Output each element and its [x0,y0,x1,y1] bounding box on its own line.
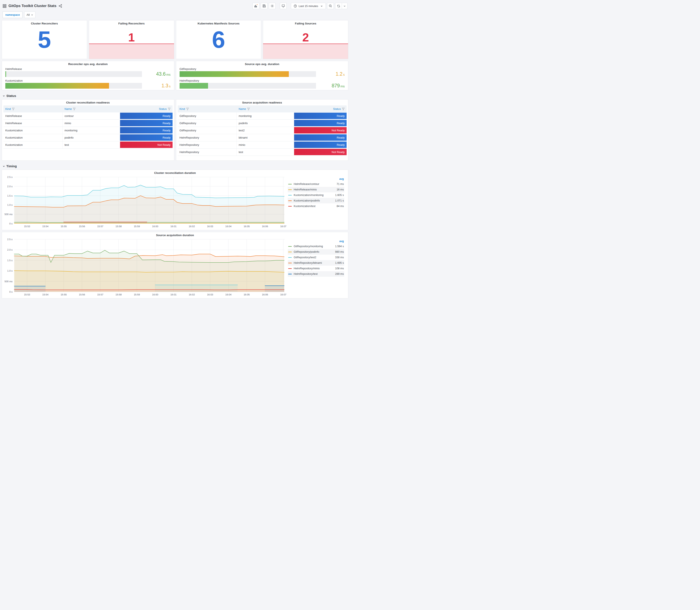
timeseries-chart: 0 s500 ms1.0 s1.5 s2.0 s2.5 s15:5315:541… [2,175,287,229]
time-range-label: Last 15 minutes [298,4,318,7]
apps-grid-icon[interactable] [2,4,6,8]
series-avg-value: 1.071 s [335,199,344,202]
svg-text:16:07: 16:07 [280,225,287,228]
refresh-interval-dropdown[interactable] [342,3,347,9]
namespace-variable-label[interactable]: namespace [2,12,22,18]
status-badge: Ready [120,120,173,126]
cell-name: test [237,148,294,156]
legend-avg-header[interactable]: avg [288,239,344,244]
series-avg-value: 1.695 s [335,261,344,264]
table: KindNameStatus GitRepository monitoring … [178,106,347,156]
cell-name: monitoring [237,112,294,119]
gauge-row-kustomization: Kustomization 1.3s [5,79,170,89]
namespace-variable-value[interactable]: All [24,12,35,18]
svg-text:15:55: 15:55 [61,225,67,228]
column-header-kind[interactable]: Kind [178,107,237,111]
series-name[interactable]: GitRepository/monitoring [294,245,323,248]
settings-button[interactable] [269,3,276,9]
time-range-picker[interactable]: Last 15 minutes [291,3,326,9]
series-name[interactable]: HelmRepository/test [294,272,318,275]
series-color-swatch [288,189,292,190]
svg-text:16:03: 16:03 [207,293,213,296]
status-badge: Ready [120,127,173,133]
series-name[interactable]: HelmRelease/minio [294,188,316,191]
column-header-name[interactable]: Name [237,107,294,111]
column-header-kind[interactable]: Kind [3,107,63,111]
table-row: HelmRepository bitnami Ready [178,134,347,141]
zoom-out-button[interactable] [327,3,334,9]
chevron-down-icon [320,4,323,8]
series-avg-value: 338 ms [335,256,344,259]
svg-text:16:04: 16:04 [225,225,231,228]
filter-icon[interactable] [168,108,170,110]
series-avg-value: 289 ms [335,272,344,275]
status-badge: Ready [294,113,347,119]
series-avg-value: 16 ms [337,188,344,191]
filter-icon[interactable] [186,108,189,110]
panel-title[interactable]: Cluster reconciliation duration [2,170,348,175]
legend-item: Kustomization/monitoring 1.605 s [288,192,344,198]
gauge-label: GitRepository [180,67,345,70]
legend-avg-header[interactable]: avg [288,177,344,181]
gauge-fill [180,71,289,77]
series-color-swatch [288,268,292,269]
table-header-row: KindNameStatus [3,106,173,112]
panel-title[interactable]: Source acquisition duration [2,232,348,237]
panel-title[interactable]: Cluster reconciliation readiness [3,99,173,105]
chart-canvas[interactable]: 0 s500 ms1.0 s1.5 s2.0 s2.5 s15:5315:541… [2,175,287,229]
table-row: GitRepository test2 Not Ready [178,127,347,134]
add-panel-button[interactable] [253,3,259,9]
save-dashboard-button[interactable] [261,3,267,9]
cell-kind: GitRepository [178,120,237,127]
panel-title[interactable]: Source ops avg. duration [176,61,348,66]
svg-text:2.5 s: 2.5 s [7,238,13,241]
series-color-swatch [288,252,292,252]
timeseries-chart: 0 s500 ms1.0 s1.5 s2.0 s2.5 s15:5315:541… [2,237,287,297]
panel-title[interactable]: Source acquisition readiness [178,99,347,105]
dashboard: GitOps Toolkit Cluster Stats [0,0,350,302]
series-avg-value: 1.594 s [335,245,344,248]
refresh-button[interactable] [335,3,342,9]
chart-canvas[interactable]: 0 s500 ms1.0 s1.5 s2.0 s2.5 s15:5315:541… [2,237,287,297]
svg-text:15:56: 15:56 [79,225,85,228]
series-name[interactable]: Kustomization/podinfo [294,199,320,202]
tv-view-button[interactable] [280,3,287,9]
gauge-row-helmrepository: HelmRepository 879ms [180,79,345,89]
legend-item: GitRepository/podinfo 980 ms [288,249,344,255]
series-name[interactable]: Kustomization/monitoring [294,194,323,197]
series-name[interactable]: GitRepository/podinfo [294,251,319,253]
series-name[interactable]: HelmRelease/contour [294,182,319,186]
column-header-status[interactable]: Status [294,107,347,111]
legend-item: Kustomization/test 84 ms [288,204,344,209]
series-name[interactable]: HelmRepository/minio [294,267,320,270]
series-avg-value: 980 ms [335,251,344,253]
share-icon[interactable] [59,4,62,8]
column-header-status[interactable]: Status [120,107,173,111]
cell-name: minio [63,120,120,127]
section-header-timing[interactable]: Timing [2,162,348,170]
status-badge: Ready [294,134,347,141]
filter-icon[interactable] [247,108,250,110]
cell-name: podinfo [237,120,294,127]
legend-item: HelmRelease/contour 71 ms [288,181,344,187]
svg-text:2.5 s: 2.5 s [7,176,13,178]
legend-item: GitRepository/test2 338 ms [288,255,344,260]
cell-name: test [63,141,120,148]
gauges-row: Reconciler ops avg. duration HelmRelease… [2,61,348,90]
series-name[interactable]: GitRepository/test2 [294,256,316,259]
section-header-status[interactable]: Status [2,92,348,99]
svg-text:15:59: 15:59 [134,225,140,228]
series-avg-value: 84 ms [337,205,344,208]
column-header-name[interactable]: Name [63,107,120,111]
filter-icon[interactable] [342,108,345,110]
svg-text:16:05: 16:05 [244,225,250,228]
table-row: GitRepository monitoring Ready [178,112,347,120]
filter-icon[interactable] [73,108,76,110]
panel-title[interactable]: Reconciler ops avg. duration [2,61,174,66]
series-name[interactable]: HelmRepository/bitnami [294,261,322,264]
series-name[interactable]: Kustomization/test [294,205,315,208]
status-badge: Ready [294,120,347,126]
cell-kind: GitRepository [178,127,237,134]
filter-icon[interactable] [12,108,15,110]
clock-icon [293,4,297,8]
